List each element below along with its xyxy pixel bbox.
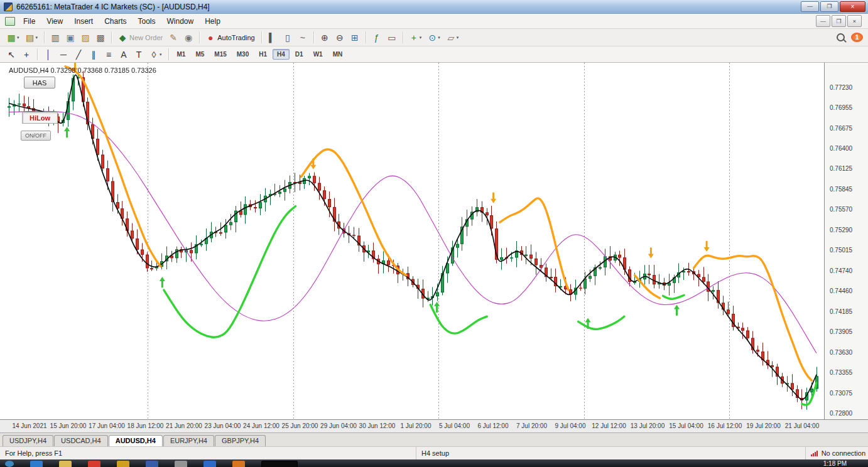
price-chart-canvas[interactable] <box>5 63 824 419</box>
chart-tab-audusd[interactable]: AUDUSD,H4 <box>109 435 163 446</box>
timeframe-m30[interactable]: M30 <box>232 49 253 60</box>
menu-charts[interactable]: Charts <box>99 15 132 28</box>
time-axis-label: 7 Jul 20:00 <box>516 422 547 429</box>
tile-windows-icon[interactable]: ⊞ <box>348 31 362 44</box>
text-icon[interactable]: A <box>117 48 131 61</box>
menu-window[interactable]: Window <box>161 15 200 28</box>
notification-badge[interactable]: 1 <box>851 33 863 42</box>
crosshair-icon[interactable]: + <box>19 48 33 61</box>
toolbar-separator <box>37 48 38 60</box>
timeframe-h4[interactable]: H4 <box>273 49 290 60</box>
mdi-close-button[interactable]: × <box>847 15 862 27</box>
price-axis-label: 0.73905 <box>830 328 852 335</box>
cursor-icon[interactable]: ↖ <box>4 48 18 61</box>
timeframe-m5[interactable]: M5 <box>191 49 209 60</box>
metaeditor-icon[interactable]: ✎ <box>166 31 180 44</box>
chart-tab-usdjpy[interactable]: USDJPY,H4 <box>3 435 53 446</box>
price-axis-label: 0.75015 <box>830 247 852 254</box>
ie-icon[interactable] <box>30 461 43 467</box>
drawing-toolbar: ↖+│─╱∥≡AT◊▾ M1M5M15M30H1H4D1W1MN <box>0 46 868 63</box>
navigator-icon[interactable]: ▨ <box>79 31 92 44</box>
data-window-icon[interactable]: ▣ <box>63 31 77 44</box>
timeframe-w1[interactable]: W1 <box>309 49 327 60</box>
autotrading-icon[interactable]: ●AutoTrading <box>203 31 258 44</box>
terminal-icon[interactable]: ▩ <box>94 31 107 44</box>
alerts-icon[interactable]: ◉ <box>182 31 195 44</box>
label-icon[interactable]: T <box>132 48 146 61</box>
market-watch-icon[interactable]: ▥ <box>48 31 62 44</box>
start-orb[interactable] <box>5 461 14 467</box>
time-axis[interactable]: 14 Jun 202115 Jun 20:0017 Jun 04:0018 Ju… <box>0 419 824 432</box>
template-status-text: H4 setup <box>416 447 449 459</box>
menu-tools[interactable]: Tools <box>133 15 161 28</box>
explorer-icon[interactable] <box>59 461 72 467</box>
chart-area: AUDUSD,H4 0.73298 0.73368 0.73185 0.7332… <box>0 63 868 432</box>
add-indicator-icon[interactable]: +▾ <box>407 31 425 44</box>
new-chart-glyph: ▦ <box>7 33 16 42</box>
search-icon[interactable] <box>837 33 845 41</box>
main-toolbar: ▦▾▤▾▥▣▨▩◆New Order✎◉●AutoTrading▍▯~⊕⊖⊞ƒ▭… <box>0 29 868 46</box>
connection-status-text: No connection <box>822 449 865 457</box>
price-axis-label: 0.76125 <box>830 165 852 172</box>
period-clock-icon[interactable]: ⊙▾ <box>425 31 443 44</box>
word-icon[interactable] <box>146 461 158 467</box>
shapes-icon[interactable]: ◊▾ <box>147 48 165 61</box>
timeframe-m15[interactable]: M15 <box>210 49 231 60</box>
app-logo-icon <box>4 3 13 11</box>
timeframe-d1[interactable]: D1 <box>291 49 308 60</box>
has-indicator-button[interactable]: HAS <box>24 77 55 89</box>
minimize-button[interactable]: — <box>801 1 819 12</box>
close-button[interactable]: × <box>840 1 865 12</box>
toolbar-separator <box>168 48 169 60</box>
vertical-line-icon[interactable]: │ <box>41 48 55 61</box>
opera-icon[interactable] <box>88 461 100 467</box>
line-chart-icon[interactable]: ~ <box>296 31 310 44</box>
timeframe-h1[interactable]: H1 <box>254 49 271 60</box>
zoom-out-icon[interactable]: ⊖ <box>333 31 347 44</box>
fibonacci-icon[interactable]: ≡ <box>102 48 116 61</box>
new-chart-icon[interactable]: ▦▾ <box>4 31 22 44</box>
mdi-restore-button[interactable]: ❐ <box>832 15 846 27</box>
zoom-in-icon[interactable]: ⊕ <box>318 31 332 44</box>
candlestick-icon[interactable]: ▯ <box>281 31 295 44</box>
menu-view[interactable]: View <box>41 15 68 28</box>
price-axis-label: 0.77230 <box>830 84 852 91</box>
timeframe-mn[interactable]: MN <box>328 49 347 60</box>
menu-insert[interactable]: Insert <box>68 15 99 28</box>
channel-icon[interactable]: ∥ <box>87 48 100 61</box>
gray-app-icon[interactable] <box>175 461 187 467</box>
timeframe-m1[interactable]: M1 <box>173 49 190 60</box>
indicators-glyph: ƒ <box>372 33 381 42</box>
price-axis-label: 0.73355 <box>830 369 852 376</box>
blue-app-icon[interactable] <box>203 461 216 467</box>
horizontal-line-icon[interactable]: ─ <box>57 48 70 61</box>
restore-button[interactable]: ❐ <box>820 1 838 12</box>
taskbar-clock[interactable]: 1:18 PM <box>823 460 847 467</box>
price-axis-label: 0.74460 <box>830 287 852 294</box>
price-axis-label: 0.76675 <box>830 125 852 132</box>
periods-icon[interactable]: ▭ <box>385 31 399 44</box>
chart-tab-usdcad[interactable]: USDCAD,H4 <box>54 435 108 446</box>
chart-tab-gbpjpy[interactable]: GBPJPY,H4 <box>215 435 266 446</box>
connection-status[interactable]: No connection <box>805 447 865 459</box>
hilow-indicator-button[interactable]: HiLow <box>22 112 58 124</box>
trendline-icon[interactable]: ╱ <box>72 48 85 61</box>
onoff-indicator-button[interactable]: ON/OFF <box>21 131 51 141</box>
menu-file[interactable]: File <box>18 15 41 28</box>
menu-help[interactable]: Help <box>199 15 226 28</box>
profiles-icon[interactable]: ▤▾ <box>23 31 41 44</box>
active-window-button[interactable] <box>261 461 298 467</box>
mdi-minimize-button[interactable]: — <box>816 15 830 27</box>
gold-app-icon[interactable] <box>117 461 129 467</box>
orange-app-icon[interactable] <box>232 461 245 467</box>
chart-tab-eurjpy[interactable]: EURJPY,H4 <box>163 435 214 446</box>
time-axis-label: 1 Jul 20:00 <box>401 422 431 429</box>
new-order-icon[interactable]: ◆New Order <box>116 31 165 44</box>
toolbar-right-cluster: 1 <box>837 33 863 42</box>
price-scale[interactable]: 0.772300.769550.766750.764000.761250.758… <box>824 63 868 419</box>
template-icon[interactable]: ▱▾ <box>444 31 462 44</box>
zoom-in-glyph: ⊕ <box>320 33 329 42</box>
indicators-icon[interactable]: ƒ <box>370 31 384 44</box>
bar-chart-icon[interactable]: ▍ <box>266 31 279 44</box>
time-axis-label: 13 Jul 20:00 <box>631 422 665 429</box>
